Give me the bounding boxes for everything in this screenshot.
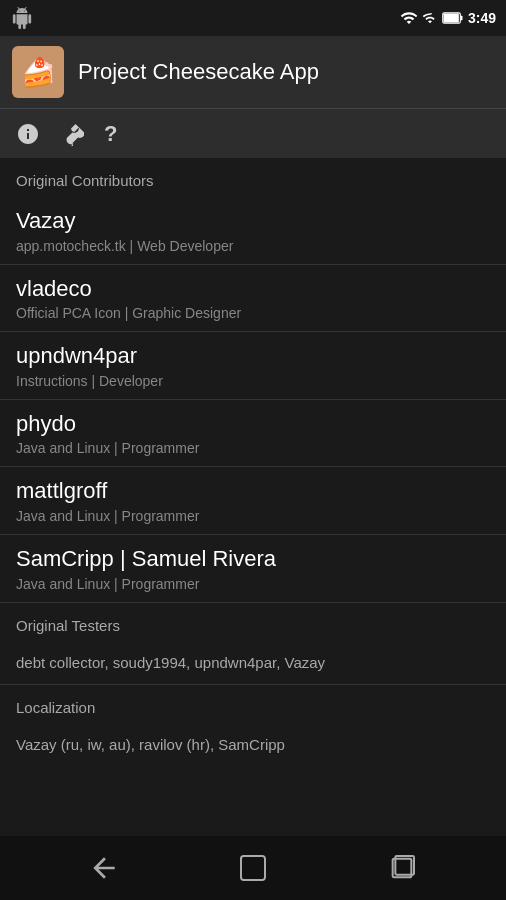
content-area: Original Contributors Vazay app.motochec…: [0, 158, 506, 836]
contributor-role: app.motocheck.tk | Web Developer: [16, 238, 490, 254]
app-icon: 🍰: [12, 46, 64, 98]
contributor-item-samcripp: SamCripp | Samuel Rivera Java and Linux …: [0, 535, 506, 603]
contributor-role: Java and Linux | Programmer: [16, 576, 490, 592]
svg-rect-2: [443, 14, 458, 23]
contributor-role: Instructions | Developer: [16, 373, 490, 389]
help-icon[interactable]: ?: [104, 121, 117, 147]
section-localization: Localization: [0, 685, 506, 724]
contributor-name: vladeco: [16, 275, 490, 304]
app-title: Project Cheesecake App: [78, 59, 319, 85]
recent-apps-button[interactable]: [386, 852, 418, 884]
testers-text: debt collector, soudy1994, upndwn4par, V…: [0, 642, 506, 686]
contributor-name: mattlgroff: [16, 477, 490, 506]
back-button[interactable]: [88, 852, 120, 884]
section-original-testers: Original Testers: [0, 603, 506, 642]
status-time: 3:49: [468, 10, 496, 26]
app-header: 🍰 Project Cheesecake App: [0, 36, 506, 108]
contributor-item-phydo: phydo Java and Linux | Programmer: [0, 400, 506, 468]
signal-icon: [422, 9, 438, 27]
localization-text: Vazay (ru, iw, au), ravilov (hr), SamCri…: [0, 724, 506, 767]
app-icon-emoji: 🍰: [21, 56, 56, 89]
contributor-name: SamCripp | Samuel Rivera: [16, 545, 490, 574]
toolbar: ?: [0, 108, 506, 158]
contributor-item-mattlgroff: mattlgroff Java and Linux | Programmer: [0, 467, 506, 535]
status-bar: 3:49: [0, 0, 506, 36]
section-original-contributors: Original Contributors: [0, 158, 506, 197]
help-text: ?: [104, 121, 117, 147]
status-left: [10, 6, 34, 30]
status-right: 3:49: [400, 9, 496, 27]
contributor-item-upndwn4par: upndwn4par Instructions | Developer: [0, 332, 506, 400]
home-button[interactable]: [237, 852, 269, 884]
svg-rect-3: [241, 856, 265, 880]
wrench-icon[interactable]: [60, 122, 84, 146]
wifi-icon: [400, 9, 418, 27]
info-icon[interactable]: [16, 122, 40, 146]
contributor-role: Official PCA Icon | Graphic Designer: [16, 305, 490, 321]
svg-rect-1: [460, 16, 462, 20]
android-icon: [10, 6, 34, 30]
contributor-role: Java and Linux | Programmer: [16, 440, 490, 456]
contributor-name: phydo: [16, 410, 490, 439]
contributor-role: Java and Linux | Programmer: [16, 508, 490, 524]
nav-bar: [0, 836, 506, 900]
contributor-name: Vazay: [16, 207, 490, 236]
contributor-item-vladeco: vladeco Official PCA Icon | Graphic Desi…: [0, 265, 506, 333]
contributor-item-vazay: Vazay app.motocheck.tk | Web Developer: [0, 197, 506, 265]
contributor-name: upndwn4par: [16, 342, 490, 371]
battery-icon: [442, 11, 464, 25]
